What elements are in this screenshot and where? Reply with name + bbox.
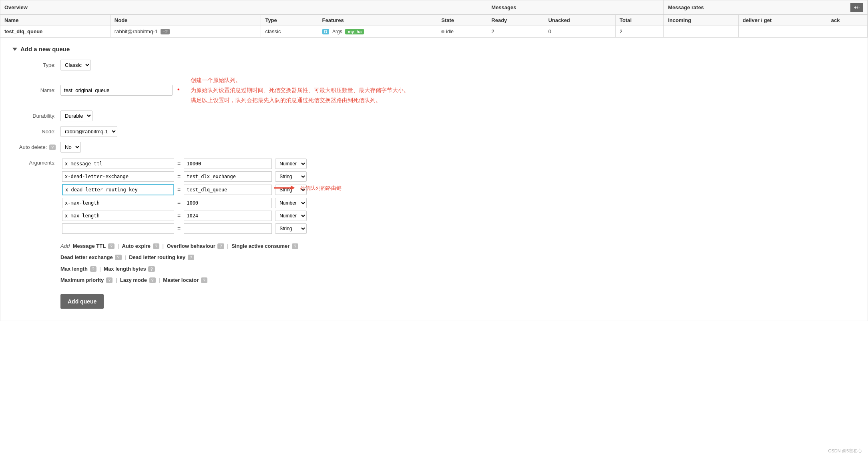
shortcut-max-priority[interactable]: Maximum priority: [60, 277, 104, 283]
argument-row: = Number String Boolean: [60, 197, 308, 209]
shortcut-auto-expire[interactable]: Auto expire: [122, 243, 151, 249]
queue-table: Overview Messages Message rates +/- Name…: [0, 0, 868, 37]
watermark: CSDN @5忘初心: [828, 448, 862, 454]
arguments-section: Arguments: = Number String Boolean: [12, 157, 856, 286]
shortcuts-row3: Max length ? | Max length bytes ?: [60, 263, 308, 275]
arg-key-input[interactable]: [62, 171, 174, 182]
dle-help[interactable]: ?: [115, 255, 121, 260]
shortcut-dead-letter-exchange[interactable]: Dead letter exchange: [60, 254, 113, 260]
cell-ack: [827, 26, 867, 37]
shortcut-single-consumer[interactable]: Single active consumer: [231, 243, 289, 249]
add-shortcuts: Add Message TTL ? | Auto expire ? | Over…: [60, 241, 308, 286]
col-features: Features: [318, 15, 437, 26]
overview-header: Overview: [0, 0, 487, 15]
arg-key-input[interactable]: [62, 198, 174, 208]
cell-name[interactable]: test_dlq_queue: [0, 26, 110, 37]
plus-minus-button[interactable]: +/-: [850, 3, 863, 12]
arg-type-select[interactable]: Number String Boolean: [275, 198, 307, 208]
state-text: idle: [446, 29, 454, 34]
arg-type-select[interactable]: Number String Boolean: [275, 159, 307, 169]
single-consumer-help[interactable]: ?: [292, 243, 298, 249]
shortcut-max-length[interactable]: Max length: [60, 266, 88, 272]
arg-value-cell: [182, 209, 273, 222]
name-row: Name: * 创建一个原始队列。 为原始队列设置消息过期时间、死信交换器属性、…: [12, 75, 856, 106]
annotation-line2: 为原始队列设置消息过期时间、死信交换器属性、可最大积压数量、最大存储字节大小。: [191, 85, 409, 95]
message-rates-header: Message rates +/-: [664, 0, 868, 15]
page-wrapper: Overview Messages Message rates +/- Name…: [0, 0, 868, 458]
auto-delete-select[interactable]: No: [60, 142, 81, 153]
annotation-main: 创建一个原始队列。 为原始队列设置消息过期时间、死信交换器属性、可最大积压数量、…: [191, 75, 409, 106]
col-ready: Ready: [487, 15, 544, 26]
annotation-line1: 创建一个原始队列。: [191, 75, 409, 85]
shortcut-message-ttl[interactable]: Message TTL: [73, 243, 106, 249]
overflow-help[interactable]: ?: [217, 243, 224, 249]
master-locator-help[interactable]: ?: [201, 277, 207, 283]
shortcut-lazy-mode[interactable]: Lazy mode: [120, 277, 147, 283]
arg-type-select[interactable]: Number String Boolean: [275, 171, 307, 182]
arg-key-input[interactable]: [62, 184, 174, 195]
arg-val-input[interactable]: [184, 223, 272, 234]
shortcut-max-length-bytes[interactable]: Max length bytes: [104, 266, 146, 272]
arg-value-cell: [182, 222, 273, 235]
arg-type-select[interactable]: Number String Boolean: [275, 223, 307, 234]
col-node: Node: [110, 15, 261, 26]
arg-key-cell: [60, 209, 176, 222]
shortcut-overflow[interactable]: Overflow behaviour: [167, 243, 215, 249]
annotation-line3: 满足以上设置时，队列会把最先入队的消息通过死信交换器路由到死信队列。: [191, 95, 409, 105]
arg-equals: =: [176, 157, 182, 170]
max-length-help[interactable]: ?: [90, 266, 96, 272]
msg-ttl-help[interactable]: ?: [108, 243, 115, 249]
arg-key-input[interactable]: [62, 159, 174, 169]
cell-ready: 2: [487, 26, 544, 37]
lazy-mode-help[interactable]: ?: [149, 277, 156, 283]
shortcut-dead-letter-routing-key[interactable]: Dead letter routing key: [129, 254, 185, 260]
feature-d: D: [322, 29, 330, 34]
arg-equals: =: [176, 209, 182, 222]
triangle-icon: [12, 48, 17, 51]
cell-unacked: 0: [544, 26, 615, 37]
node-select[interactable]: rabbit@rabbitmq-1: [60, 126, 117, 137]
col-incoming: incoming: [664, 15, 739, 26]
auto-expire-help[interactable]: ?: [153, 243, 159, 249]
messages-header: Messages: [487, 0, 664, 15]
arg-value-cell: [182, 197, 273, 209]
arg-type-cell: Number String Boolean: [273, 170, 308, 183]
max-priority-help[interactable]: ?: [106, 277, 113, 283]
arg-type-cell: Number String Boolean: [273, 222, 308, 235]
arg-key-input[interactable]: [62, 223, 174, 234]
node-badge: +2: [161, 29, 170, 34]
arg-value-cell: 死信队列的路由键: [182, 183, 273, 197]
arg-val-input[interactable]: [184, 211, 272, 221]
cell-total: 2: [615, 26, 664, 37]
section-title-text: Add a new queue: [20, 46, 70, 52]
arrow-annotation-label: 死信队列的路由键: [300, 185, 342, 192]
col-unacked: Unacked: [544, 15, 615, 26]
arg-key-cell: [60, 197, 176, 209]
state-value: idle: [441, 29, 454, 34]
auto-delete-label-text: Auto delete:: [19, 144, 47, 150]
durability-label: Durability:: [12, 113, 60, 119]
add-queue-button[interactable]: Add queue: [60, 294, 104, 309]
arg-val-input[interactable]: [184, 198, 272, 208]
arg-key-input[interactable]: [62, 211, 174, 221]
dlrk-help[interactable]: ?: [188, 255, 194, 260]
type-select[interactable]: Classic: [60, 60, 91, 70]
auto-delete-label: Auto delete: ?: [12, 144, 60, 150]
max-length-bytes-help[interactable]: ?: [148, 266, 155, 272]
arg-val-input[interactable]: [184, 159, 272, 169]
message-rates-label: Message rates: [668, 4, 704, 10]
arguments-label: Arguments:: [12, 157, 60, 166]
auto-delete-help[interactable]: ?: [49, 145, 56, 150]
arg-val-input[interactable]: [184, 185, 272, 195]
arg-type-select[interactable]: Number String Boolean: [275, 211, 307, 221]
durability-select[interactable]: Durable: [60, 110, 92, 121]
name-input[interactable]: [60, 85, 173, 96]
shortcut-master-locator[interactable]: Master locator: [163, 277, 199, 283]
node-label: Node:: [12, 129, 60, 135]
arg-value-cell: [182, 170, 273, 183]
arg-val-input[interactable]: [184, 171, 272, 182]
arg-key-cell: [60, 222, 176, 235]
argument-row: = 死信队列的路由键 Number String Boolean: [60, 183, 308, 197]
node-row: Node: rabbit@rabbitmq-1: [12, 126, 856, 137]
arg-equals: =: [176, 197, 182, 209]
